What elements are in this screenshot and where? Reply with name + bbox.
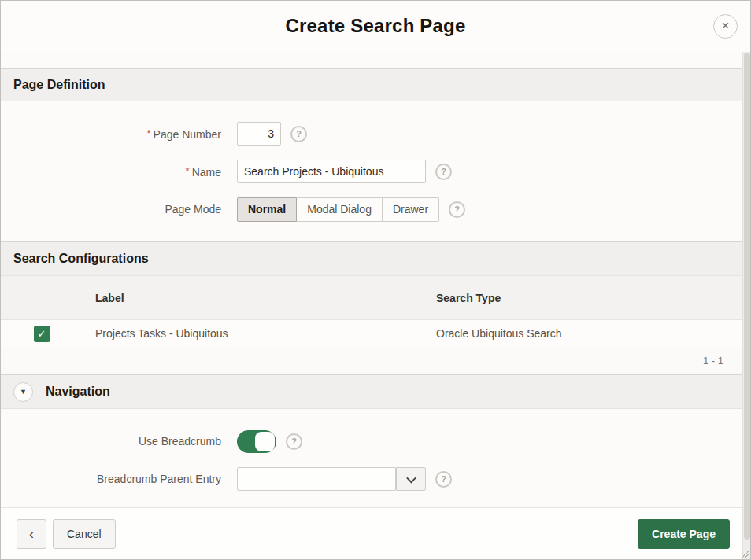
name-input[interactable]	[237, 160, 426, 183]
page-number-input[interactable]	[237, 122, 281, 146]
name-row: *Name ?	[1, 160, 742, 183]
table-row[interactable]: ✓ Projects Tasks - Ubiquitous Oracle Ubi…	[1, 320, 742, 347]
page-number-label: *Page Number	[1, 127, 221, 141]
page-mode-row: Page Mode Normal Modal Dialog Drawer ?	[1, 197, 742, 221]
dialog-scroll-region: Page Definition *Page Number ?	[1, 52, 750, 559]
page-number-row: *Page Number ?	[1, 122, 742, 146]
pagination: 1 - 1	[1, 347, 742, 374]
column-header-label: Label	[95, 292, 124, 304]
combobox-dropdown-button[interactable]	[396, 467, 426, 491]
row-label-cell: Projects Tasks - Ubiquitous	[95, 327, 228, 340]
create-page-button[interactable]: Create Page	[638, 519, 730, 549]
page-mode-option-modal-dialog[interactable]: Modal Dialog	[297, 197, 383, 222]
cancel-button[interactable]: Cancel	[53, 519, 116, 549]
dialog-content: Page Definition *Page Number ?	[1, 52, 742, 559]
toggle-knob	[255, 432, 275, 451]
help-icon[interactable]: ?	[286, 433, 302, 450]
dialog-header: Create Search Page ×	[1, 1, 750, 52]
section-title: Search Configurations	[13, 252, 149, 266]
use-breadcrumb-row: Use Breadcrumb ?	[1, 429, 742, 453]
name-label: *Name	[1, 165, 221, 179]
use-breadcrumb-label: Use Breadcrumb	[1, 435, 221, 448]
breadcrumb-parent-entry-row: Breadcrumb Parent Entry ?	[1, 467, 742, 491]
resize-handle[interactable]	[741, 550, 749, 558]
collapse-button[interactable]: ▼	[13, 382, 33, 402]
create-search-page-dialog: Create Search Page × Page Definition *Pa…	[0, 0, 751, 560]
help-icon[interactable]: ?	[435, 164, 452, 180]
help-icon[interactable]: ?	[449, 201, 465, 218]
required-asterisk: *	[147, 127, 151, 139]
search-config-table-header: Label Search Type	[1, 276, 742, 320]
scrollbar-thumb[interactable]	[744, 53, 750, 540]
breadcrumb-parent-entry-combobox	[237, 467, 426, 491]
dialog-title: Create Search Page	[1, 15, 750, 37]
pagination-range: 1 - 1	[703, 355, 723, 367]
use-breadcrumb-toggle[interactable]	[237, 430, 276, 453]
back-chevron-icon: ‹	[29, 526, 34, 542]
dialog-footer: ‹ Cancel Create Page	[1, 507, 742, 559]
breadcrumb-parent-entry-input[interactable]	[237, 467, 396, 491]
help-icon[interactable]: ?	[435, 471, 452, 488]
close-button[interactable]: ×	[713, 14, 738, 39]
checkbox-column-header	[1, 276, 83, 319]
row-search-type-cell: Oracle Ubiquitous Search	[436, 327, 562, 340]
vertical-scrollbar[interactable]	[742, 52, 750, 559]
section-header-search-configurations: Search Configurations	[1, 241, 742, 276]
help-icon[interactable]: ?	[290, 126, 307, 142]
page-mode-option-normal[interactable]: Normal	[237, 197, 297, 222]
page-mode-option-drawer[interactable]: Drawer	[383, 197, 439, 222]
section-title: Page Definition	[13, 78, 105, 92]
back-button[interactable]: ‹	[17, 519, 46, 549]
section-title: Navigation	[46, 385, 110, 399]
spacer	[1, 52, 742, 68]
check-icon: ✓	[38, 328, 46, 340]
row-checkbox[interactable]: ✓	[34, 326, 50, 342]
column-header-search-type: Search Type	[436, 292, 501, 304]
close-icon: ×	[722, 18, 730, 33]
section-header-navigation: ▼ Navigation	[1, 374, 742, 409]
page-mode-label: Page Mode	[1, 203, 221, 216]
page-mode-button-group: Normal Modal Dialog Drawer	[237, 197, 439, 222]
section-header-page-definition: Page Definition	[1, 68, 742, 101]
required-asterisk: *	[186, 165, 190, 177]
chevron-down-icon	[406, 473, 416, 483]
navigation-body: Use Breadcrumb ? Breadcrumb Parent Entry	[1, 409, 742, 507]
page-definition-body: *Page Number ? *Name	[1, 101, 742, 241]
breadcrumb-parent-entry-label: Breadcrumb Parent Entry	[1, 473, 221, 485]
collapse-triangle-icon: ▼	[20, 388, 27, 396]
